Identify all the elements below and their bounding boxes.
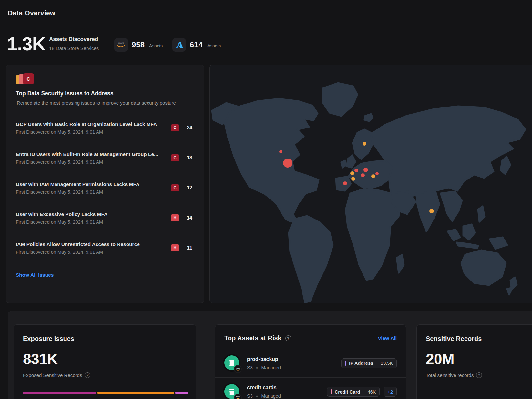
aws-mini-badge-icon: aws — [234, 365, 242, 373]
separator-dot: ● — [256, 366, 258, 370]
more-tags-chip[interactable]: +2 — [384, 387, 397, 397]
map-location-dot[interactable] — [283, 159, 292, 168]
asset-name: credit-cards — [247, 385, 281, 391]
critical-card-icon: C — [23, 73, 34, 84]
issue-count: 24 — [183, 125, 192, 131]
separator-dot: ● — [256, 394, 258, 398]
tag-label: Credit Card — [335, 389, 360, 394]
issue-first-discovered: First Discovered on May 5, 2024, 9:01 AM — [16, 250, 167, 255]
exposure-bar-segment — [23, 392, 96, 394]
assets-discovered-value: 1.3K — [7, 33, 46, 55]
exposure-issues-card: Exposure Issues 831K Exposed Sensitive R… — [14, 324, 196, 399]
sensitive-records-value: 20M — [426, 350, 532, 368]
assets-discovered-label: Assets Discovered — [49, 36, 99, 43]
top-assets-at-risk-card: Top Assets at Risk ? View All aws prod-b… — [215, 324, 406, 399]
issues-panel-subtitle: Remediate the most pressing issues to im… — [16, 100, 194, 106]
tag-count: 19.5K — [377, 359, 396, 368]
map-location-dot[interactable] — [343, 181, 347, 185]
azure-assets-count: 614 — [190, 40, 203, 49]
tag-color-bar — [331, 389, 332, 394]
issues-panel-header: C Top Data Security Issues to Address Re… — [6, 65, 204, 113]
assets-list: aws prod-backup S3 ● Managed IP Address … — [215, 349, 406, 399]
map-location-dot[interactable] — [429, 209, 434, 213]
azure-assets-stat: 614 Assets — [172, 38, 221, 52]
assets-discovered-labels: Assets Discovered 18 Data Store Services — [49, 36, 99, 51]
issue-title: User with Excessive Policy Lacks MFA — [16, 211, 167, 217]
aws-assets-stat: aws 958 Assets — [114, 38, 163, 52]
asset-service: S3 — [247, 394, 253, 399]
sensitive-card-divider — [426, 390, 532, 390]
help-icon[interactable]: ? — [476, 372, 482, 378]
severity-badge: C — [171, 154, 179, 161]
sensitive-data-tag-chip: IP Address 19.5K — [341, 358, 397, 368]
issue-title: Entra ID Users with Built-In Role at Man… — [16, 151, 167, 157]
issue-first-discovered: First Discovered on May 5, 2024, 9:01 AM — [16, 159, 167, 165]
issue-title: GCP Users with Basic Role at Organizatio… — [16, 121, 167, 127]
asset-service: S3 — [247, 365, 253, 370]
tag-label: IP Address — [349, 361, 373, 366]
severity-badge: C — [171, 184, 179, 191]
data-store-services-label: 18 Data Store Services — [49, 46, 99, 51]
page-title: Data Overview — [8, 9, 55, 17]
exposure-issues-title: Exposure Issues — [23, 335, 187, 343]
asset-status: Managed — [261, 394, 281, 399]
help-icon[interactable]: ? — [85, 372, 90, 378]
asset-locations-map-panel — [209, 65, 532, 303]
issue-title: User with IAM Management Permissions Lac… — [16, 181, 167, 187]
sensitive-records-label: Total sensitive records — [426, 373, 474, 378]
view-all-link[interactable]: View All — [378, 335, 397, 341]
exposure-bar-segment — [97, 392, 174, 394]
azure-assets-unit: Assets — [207, 42, 221, 48]
issues-panel-footer: Show All Issues — [6, 263, 204, 287]
issue-count: 11 — [183, 245, 192, 251]
issue-row[interactable]: User with Excessive Policy Lacks MFA Fir… — [6, 203, 204, 233]
issue-first-discovered: First Discovered on May 5, 2024, 9:01 AM — [16, 189, 167, 195]
map-location-dot[interactable] — [350, 171, 354, 175]
asset-row[interactable]: aws credit-cards S3 ● Managed Credit Car… — [215, 377, 406, 399]
exposure-breakdown-bar — [23, 392, 188, 394]
map-location-dot[interactable] — [375, 172, 379, 175]
asset-status: Managed — [261, 365, 281, 370]
world-map — [210, 65, 532, 303]
exposure-issues-label: Exposed Sensitive Records — [23, 373, 82, 378]
asset-row[interactable]: aws prod-backup S3 ● Managed IP Address … — [215, 349, 406, 377]
map-location-dot[interactable] — [279, 150, 282, 153]
issue-row[interactable]: User with IAM Management Permissions Lac… — [6, 173, 204, 203]
issue-first-discovered: First Discovered on May 5, 2024, 9:01 AM — [16, 129, 167, 135]
issue-title: IAM Policies Allow Unrestricted Access t… — [16, 241, 167, 247]
show-all-issues-link[interactable]: Show All Issues — [16, 272, 54, 278]
map-location-dot[interactable] — [363, 168, 368, 172]
issue-count: 12 — [183, 185, 192, 191]
issues-panel-title: Top Data Security Issues to Address — [16, 90, 194, 97]
aws-assets-unit: Assets — [149, 42, 163, 48]
sensitive-records-card: Sensitive Records 20M Total sensitive re… — [416, 324, 532, 399]
severity-badge: H — [171, 244, 179, 251]
header-divider — [0, 25, 532, 25]
map-location-dot[interactable] — [371, 174, 375, 178]
map-location-dot[interactable] — [361, 173, 365, 177]
map-location-dot[interactable] — [351, 177, 355, 181]
tag-color-bar — [345, 361, 346, 366]
aws-assets-count: 958 — [132, 40, 145, 49]
issues-list: GCP Users with Basic Role at Organizatio… — [6, 113, 204, 263]
help-icon[interactable]: ? — [285, 335, 291, 341]
asset-icon: aws — [224, 384, 240, 399]
aws-mini-badge-icon: aws — [234, 394, 242, 399]
tag-count: 46K — [364, 387, 380, 396]
issue-row[interactable]: IAM Policies Allow Unrestricted Access t… — [6, 233, 204, 263]
issue-first-discovered: First Discovered on May 5, 2024, 9:01 AM — [16, 220, 167, 225]
sensitive-data-tag-chip: Credit Card 46K — [327, 387, 380, 397]
issue-count: 18 — [183, 155, 192, 161]
svg-text:aws: aws — [118, 41, 124, 45]
asset-name: prod-backup — [247, 356, 281, 362]
top-security-issues-panel: C Top Data Security Issues to Address Re… — [6, 65, 204, 303]
top-assets-title: Top Assets at Risk — [224, 334, 281, 342]
exposure-issues-value: 831K — [23, 350, 187, 368]
map-location-dot[interactable] — [363, 142, 366, 146]
map-location-dot[interactable] — [354, 169, 358, 172]
issue-row[interactable]: GCP Users with Basic Role at Organizatio… — [6, 113, 204, 143]
issue-row[interactable]: Entra ID Users with Built-In Role at Man… — [6, 143, 204, 173]
azure-icon — [172, 38, 186, 52]
severity-badge: H — [171, 214, 179, 221]
sensitive-records-title: Sensitive Records — [426, 335, 532, 343]
